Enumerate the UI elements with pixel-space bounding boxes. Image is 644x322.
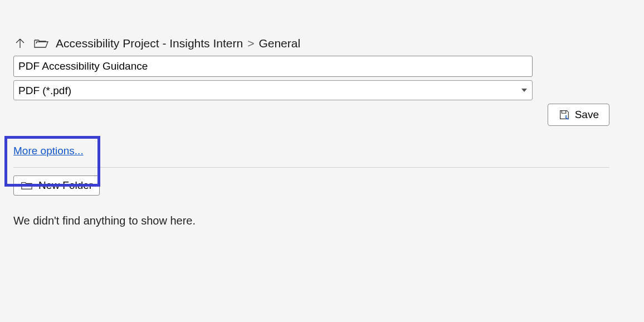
filename-input[interactable] xyxy=(13,56,533,77)
filetype-select[interactable]: PDF (*.pdf) xyxy=(13,80,533,100)
folder-open-icon[interactable] xyxy=(33,37,49,50)
save-button-label: Save xyxy=(575,109,599,121)
save-button[interactable]: Save xyxy=(548,104,609,126)
new-folder-icon xyxy=(21,180,33,191)
more-options-link[interactable]: More options... xyxy=(13,145,84,157)
divider xyxy=(13,167,609,168)
breadcrumb-folder[interactable]: Accessibility Project - Insights Intern xyxy=(56,37,243,50)
up-arrow-icon[interactable] xyxy=(13,37,27,50)
new-folder-button[interactable]: New Folder xyxy=(13,175,100,196)
save-icon xyxy=(558,109,570,121)
breadcrumb-current[interactable]: General xyxy=(258,37,300,50)
new-folder-label: New Folder xyxy=(38,179,92,192)
empty-state-text: We didn't find anything to show here. xyxy=(13,214,631,227)
breadcrumb-separator: > xyxy=(247,37,254,50)
